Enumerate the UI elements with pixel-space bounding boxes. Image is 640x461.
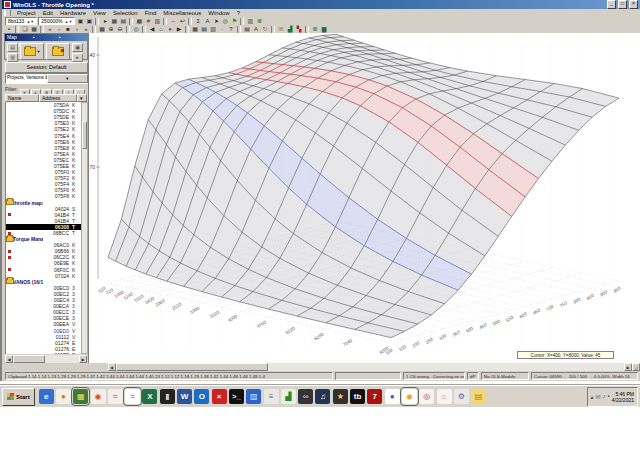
forward-icon[interactable]: » [82,26,90,33]
panel-minimize-icon[interactable]: ▪ [33,34,59,41]
sidebar-hscrollbar[interactable]: ◀ ▶ [5,355,87,363]
taskbar-ie-icon[interactable]: e [39,389,54,404]
next-icon[interactable]: › [73,26,81,33]
menu-window[interactable]: Window [205,10,232,16]
minimize-button[interactable]: _ [607,0,616,9]
tile-icon[interactable]: ▦ [30,26,38,33]
tree-map-row[interactable]: 0127EE [6,352,82,354]
window-icon[interactable]: ▣ [76,18,84,25]
column-sort-button[interactable]: ▾ [77,94,87,102]
import-project-button[interactable] [46,43,70,60]
taskbar-wrench-icon[interactable]: ⚙ [454,389,469,404]
taskbar-tb-icon[interactable]: tb [350,389,365,404]
question-icon[interactable]: ? [227,26,235,33]
zoom-out-icon[interactable]: ⊖ [116,26,124,33]
taskbar-contacts-icon[interactable]: ☼ [437,389,452,404]
font2-icon[interactable]: A [252,26,260,33]
menu-find[interactable]: Find [142,10,160,16]
menu-project[interactable]: Project [14,10,39,16]
taskbar-photos-icon[interactable]: ★ [333,389,348,404]
table2-icon[interactable]: ▤ [119,18,127,25]
menu-hardware[interactable]: Hardware [57,10,89,16]
home-icon[interactable]: ⌂ [157,26,165,33]
chart-icon[interactable]: ▟ [286,26,294,33]
font-icon[interactable]: A [203,18,211,25]
tray-icon-1[interactable]: ▴ [591,393,594,400]
lock-icon[interactable]: ▪ [5,26,13,33]
column-header-name[interactable]: Name [5,94,39,102]
panel-option-button[interactable]: ▣ [72,43,83,52]
grid-icon[interactable]: ▦ [135,18,143,25]
taskbar-cmd-icon[interactable]: >_ [229,389,244,404]
session-button[interactable]: Session: Default [5,62,88,73]
columns-icon[interactable]: ▥ [246,18,254,25]
new-project-button[interactable]: ▤ [7,43,18,52]
start-button[interactable]: Start [2,388,35,406]
chart2-icon[interactable]: ▚ [295,26,303,33]
swap-icon[interactable]: ↔ [169,18,177,25]
taskbar-outlook-icon[interactable]: O [194,389,209,404]
taskbar-chart-icon[interactable]: ▟ [281,389,296,404]
taskbar-browser-icon[interactable]: ● [385,389,400,404]
menu-miscellaneous[interactable]: Miscellaneous [160,10,204,16]
panel-option2-button[interactable]: ▸ [72,53,83,62]
taskbar-7zip-icon[interactable]: 7 [367,389,382,404]
menu-view[interactable]: View [90,10,109,16]
scroll-grip[interactable]: ◿ [632,363,640,371]
grid-icon[interactable]: ▦ [98,26,106,33]
flag-icon[interactable]: ⚑ [230,18,238,25]
back-icon[interactable]: « [46,26,54,33]
table3-icon[interactable]: ▥ [209,26,217,33]
chart-hscrollbar[interactable]: ◀ ▶ ◿ [108,363,640,371]
undo-icon[interactable]: ↩ [178,18,186,25]
taskbar-close-red-icon[interactable]: × [212,389,227,404]
levels-icon[interactable]: ≣ [255,18,263,25]
scroll-right-icon[interactable]: ▶ [624,363,632,371]
open-project-button[interactable]: ▼ [20,43,44,60]
taskbar-clock[interactable]: 5:46 PM4/22/2021 [612,391,634,403]
menu-edit[interactable]: Edit [40,10,56,16]
surface-chart-canvas[interactable]: 7014052072010001240152018002080252030003… [89,33,640,363]
stop-icon[interactable]: ■ [64,26,72,33]
taskbar-excel-icon[interactable]: X [142,389,157,404]
dot-icon[interactable]: · [218,26,226,33]
taskbar-notepad-icon[interactable]: ≡ [264,389,279,404]
table2-icon[interactable]: ▤ [200,26,208,33]
camera-icon[interactable]: ● [166,26,174,33]
taskbar-target-icon[interactable]: ◎ [419,389,434,404]
tray-icon-4[interactable]: ▪ [608,393,610,400]
save-project-button[interactable]: ▥ [7,53,18,62]
tray-icon-2[interactable]: ✉ [596,393,601,400]
taskbar-binoculars-icon[interactable]: ∞ [298,389,313,404]
key-icon[interactable]: ↻ [261,26,269,33]
table-icon[interactable]: ▦ [191,26,199,33]
sigma-icon[interactable]: Σ [194,18,202,25]
taskbar-music-icon[interactable]: ♫ [315,389,330,404]
color-icon[interactable]: ▆ [320,26,328,33]
scroll-left-icon[interactable]: ◀ [5,355,13,363]
taskbar-sticky-notes-icon[interactable]: ▤ [471,389,486,404]
window2-icon[interactable]: ▣ [85,18,93,25]
menu-grip[interactable] [4,10,11,16]
taskbar-word-icon[interactable]: W [177,389,192,404]
taskbar-folder-icon[interactable]: ▨ [246,389,261,404]
menu-selection[interactable]: Selection [110,10,141,16]
levels-icon[interactable]: ≣ [311,26,319,33]
pin-icon[interactable]: ▸ [101,18,109,25]
taskbar-swoosh-icon[interactable]: ≈ [108,389,123,404]
maximize-button[interactable]: □ [618,0,627,9]
taskbar-media-player-icon[interactable]: ● [56,389,71,404]
taskbar-chrome-icon[interactable]: ◉ [91,389,106,404]
prev-icon[interactable]: ‹ [55,26,63,33]
cascade-icon[interactable]: ❏ [21,26,29,33]
paste-icon[interactable]: ▤ [243,26,251,33]
title-bar[interactable]: WinOLS - Throttle Opening * _ □ × [2,0,640,9]
hash-icon[interactable]: # [144,18,152,25]
taskbar-swoosh2-icon[interactable]: ≈ [125,389,140,404]
mail-icon[interactable]: ✉ [277,26,285,33]
scroll-left-icon[interactable]: ◀ [108,363,116,371]
zoom-in-icon[interactable]: ⊕ [107,26,115,33]
nav-right-icon[interactable]: ▶ [175,26,183,33]
menu-[interactable]: ? [234,10,243,16]
pointer-icon[interactable]: ➤ [212,18,220,25]
